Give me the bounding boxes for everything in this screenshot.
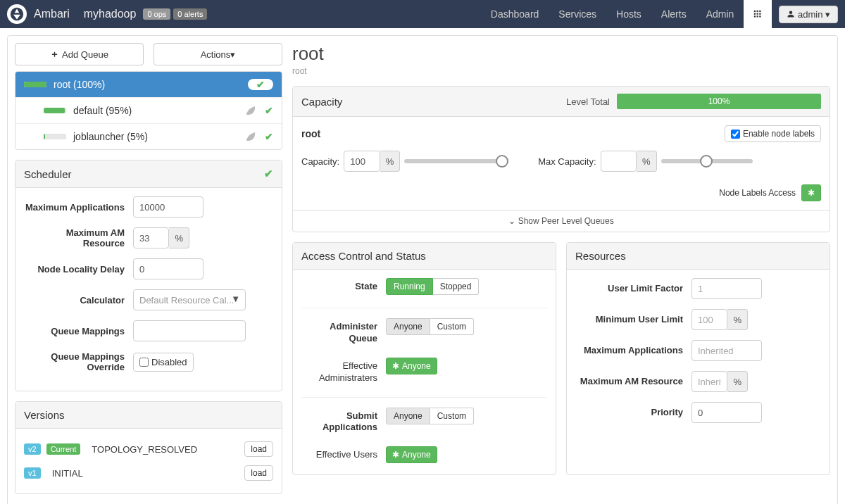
max-am-input[interactable] (133, 227, 169, 248)
peer-label: Show Peer Level Queues (518, 216, 614, 226)
res-max-apps-input[interactable] (691, 340, 762, 361)
enable-node-labels[interactable]: Enable node labels (725, 125, 821, 142)
version-name: INITIAL (52, 468, 239, 479)
node-labels-access-button[interactable]: ✱ (801, 184, 821, 201)
actions-dropdown[interactable]: Actions ▾ (154, 43, 282, 65)
add-queue-button[interactable]: ＋ Add Queue (15, 43, 144, 65)
leaf-icon (245, 105, 256, 116)
min-user-limit-label: Minimum User Limit (575, 314, 691, 326)
user-icon (787, 10, 795, 18)
navbar: Ambari myhadoop 0 ops 0 alerts Dashboard… (0, 0, 845, 28)
enable-node-labels-label: Enable node labels (743, 129, 815, 139)
effective-users-label: Effective Users (301, 446, 386, 461)
check-icon: ✔ (265, 105, 273, 116)
plus-icon: ＋ (50, 48, 59, 61)
administer-toggle[interactable]: Anyone Custom (386, 318, 474, 335)
submit-custom[interactable]: Custom (430, 408, 474, 424)
node-locality-input[interactable] (133, 258, 204, 279)
nav-services[interactable]: Services (549, 0, 606, 28)
leaf-icon (245, 131, 256, 142)
state-toggle[interactable]: Running Stopped (386, 278, 479, 295)
versions-title: Versions (24, 409, 65, 421)
user-menu[interactable]: admin ▾ (779, 6, 838, 23)
state-stopped[interactable]: Stopped (433, 278, 480, 295)
scheduler-heading: Scheduler ✔ (15, 160, 282, 188)
slider-thumb[interactable] (700, 155, 713, 168)
acl-panel: Access Control and Status State Running … (292, 242, 556, 475)
max-apps-input[interactable] (133, 196, 204, 218)
load-button[interactable]: load (244, 465, 273, 481)
state-running[interactable]: Running (386, 278, 433, 295)
asterisk-icon: ✱ (392, 450, 399, 460)
caret-down-icon: ▾ (825, 9, 830, 20)
nav-admin[interactable]: Admin (696, 0, 744, 28)
nav-hosts[interactable]: Hosts (606, 0, 651, 28)
queue-default[interactable]: default (95%) ✔ (15, 98, 282, 124)
queue-label: joblauncher (5%) (73, 131, 245, 142)
nav-alerts[interactable]: Alerts (651, 0, 696, 28)
level-total-bar: 100% (617, 94, 821, 109)
queue-bar (24, 82, 46, 87)
version-row: v2 Current TOPOLOGY_RESOLVED load (24, 437, 273, 461)
res-max-am-input[interactable] (691, 371, 727, 392)
node-locality-label: Node Locality Delay (24, 264, 133, 275)
percent-addon: % (727, 309, 748, 330)
priority-input[interactable] (691, 402, 762, 423)
check-icon: ✔ (265, 131, 273, 142)
queue-mappings-label: Queue Mappings (24, 326, 133, 336)
percent-addon: % (637, 151, 657, 172)
capacity-input[interactable] (344, 151, 380, 172)
subqueue-name: root (301, 128, 320, 139)
svg-rect-5 (757, 13, 758, 15)
min-user-limit-input[interactable] (691, 309, 727, 330)
enable-node-labels-checkbox[interactable] (731, 130, 740, 139)
max-apps-label: Maximum Applications (24, 202, 133, 213)
svg-rect-1 (754, 11, 756, 12)
user-limit-factor-input[interactable] (691, 278, 762, 299)
submit-apps-label: Submit Applications (301, 408, 386, 434)
percent-addon: % (169, 227, 189, 248)
disabled-checkbox-input[interactable] (139, 358, 149, 367)
ops-badge[interactable]: 0 ops (143, 8, 170, 20)
slider-thumb[interactable] (496, 155, 508, 168)
cluster-name[interactable]: myhadoop (84, 8, 137, 20)
calculator-select[interactable] (133, 289, 246, 310)
max-capacity-input[interactable] (601, 151, 637, 172)
calculator-label: Calculator (24, 295, 133, 305)
queue-joblauncher[interactable]: joblauncher (5%) ✔ (15, 124, 282, 149)
version-name: TOPOLOGY_RESOLVED (92, 444, 239, 455)
admin-custom[interactable]: Custom (430, 318, 474, 335)
effective-users-anyone[interactable]: ✱ Anyone (386, 446, 437, 463)
ambari-logo[interactable] (7, 4, 27, 24)
capacity-title: Capacity (301, 96, 342, 108)
submit-toggle[interactable]: Anyone Custom (386, 408, 474, 424)
queue-bar (44, 108, 66, 113)
disabled-checkbox[interactable]: Disabled (133, 353, 194, 372)
asterisk-icon: ✱ (392, 361, 399, 371)
show-peer-queues[interactable]: ⌄ Show Peer Level Queues (293, 210, 830, 232)
actions-label: Actions (201, 49, 231, 60)
percent-addon: % (380, 151, 401, 172)
queue-mappings-input[interactable] (133, 320, 246, 341)
queue-root[interactable]: root (100%) ✔ (15, 72, 282, 98)
svg-rect-9 (760, 15, 761, 17)
queue-label: default (95%) (73, 105, 245, 116)
effective-admin-anyone[interactable]: ✱ Anyone (386, 358, 437, 374)
load-button[interactable]: load (244, 441, 273, 457)
queue-label: root (100%) (54, 79, 248, 90)
nav-dashboard[interactable]: Dashboard (481, 0, 549, 28)
logo-icon (10, 7, 24, 21)
alerts-badge[interactable]: 0 alerts (173, 8, 207, 20)
max-capacity-label: Max Capacity: (538, 156, 596, 167)
admin-anyone[interactable]: Anyone (386, 318, 430, 335)
apps-grid-icon[interactable] (744, 0, 772, 28)
percent-addon: % (727, 371, 748, 392)
version-row: v1 INITIAL load (24, 461, 273, 485)
capacity-slider[interactable] (404, 159, 503, 163)
caret-down-icon: ▾ (230, 49, 235, 60)
max-capacity-slider[interactable] (661, 159, 753, 163)
state-label: State (301, 278, 386, 293)
submit-anyone[interactable]: Anyone (386, 408, 430, 424)
versions-heading: Versions (15, 402, 282, 429)
brand[interactable]: Ambari (34, 8, 70, 20)
